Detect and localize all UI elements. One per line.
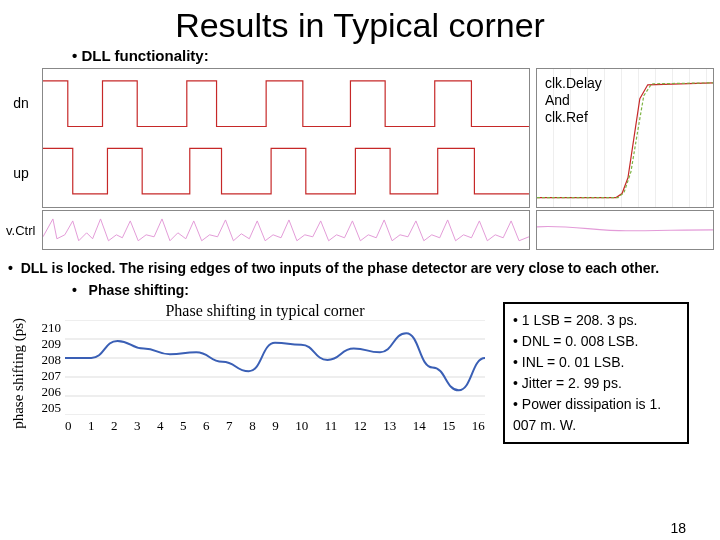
y-tick: 207 bbox=[35, 368, 61, 384]
signal-labels-left: dn up bbox=[6, 68, 36, 208]
result-jitter: Jitter = 2. 99 ps. bbox=[513, 373, 679, 394]
x-tick: 2 bbox=[111, 418, 118, 434]
locked-text: DLL is locked. The rising edges of two i… bbox=[21, 260, 659, 276]
clk-overlap-plot: clk.Delay And clk.Ref bbox=[536, 68, 714, 208]
bullet-ps: • Phase shifting: bbox=[0, 276, 720, 302]
x-tick: 1 bbox=[88, 418, 95, 434]
x-tick: 11 bbox=[325, 418, 338, 434]
x-axis-ticks: 0 1 2 3 4 5 6 7 8 9 10 11 12 13 14 15 16 bbox=[65, 418, 485, 434]
bullet-dll-text: DLL functionality: bbox=[81, 47, 208, 64]
result-power: Power dissipation is 1. 007 m. W. bbox=[513, 394, 679, 436]
x-tick: 12 bbox=[354, 418, 367, 434]
x-tick: 3 bbox=[134, 418, 141, 434]
ylabel-wrap: phase shifting (ps) bbox=[10, 302, 27, 444]
bullet-dll: • DLL functionality: bbox=[0, 47, 720, 64]
results-box: 1 LSB = 208. 3 ps. DNL = 0. 008 LSB. INL… bbox=[503, 302, 689, 444]
y-tick: 209 bbox=[35, 336, 61, 352]
x-tick: 6 bbox=[203, 418, 210, 434]
result-lsb: 1 LSB = 208. 3 ps. bbox=[513, 310, 679, 331]
result-inl: INL = 0. 01 LSB. bbox=[513, 352, 679, 373]
chart-svg bbox=[65, 320, 485, 415]
locked-bullet: • DLL is locked. The rising edges of two… bbox=[0, 254, 720, 276]
phase-shift-chart: Phase shifting in typical corner 210 209… bbox=[35, 302, 495, 430]
x-tick: 7 bbox=[226, 418, 233, 434]
x-tick: 4 bbox=[157, 418, 164, 434]
label-vctrl-wrap: v.Ctrl bbox=[6, 210, 36, 250]
y-tick: 210 bbox=[35, 320, 61, 336]
result-dnl: DNL = 0. 008 LSB. bbox=[513, 331, 679, 352]
signals-row: dn up clk.Delay And clk.Ref bbox=[0, 64, 720, 210]
bullet-ps-text: Phase shifting: bbox=[89, 282, 189, 298]
x-tick: 5 bbox=[180, 418, 187, 434]
label-up: up bbox=[13, 165, 29, 181]
vctrl-settle-plot bbox=[536, 210, 714, 250]
x-tick: 8 bbox=[249, 418, 256, 434]
y-axis-ticks: 210 209 208 207 206 205 bbox=[35, 320, 61, 415]
y-tick: 206 bbox=[35, 384, 61, 400]
x-tick: 14 bbox=[413, 418, 426, 434]
slide-title: Results in Typical corner bbox=[0, 0, 720, 47]
y-tick: 208 bbox=[35, 352, 61, 368]
ylabel: phase shifting (ps) bbox=[10, 318, 27, 429]
vctrl-row: v.Ctrl bbox=[0, 210, 720, 254]
vctrl-waveform bbox=[42, 210, 530, 250]
x-tick: 10 bbox=[295, 418, 308, 434]
y-tick: 205 bbox=[35, 400, 61, 416]
chart-row: phase shifting (ps) Phase shifting in ty… bbox=[0, 302, 720, 444]
x-tick: 15 bbox=[442, 418, 455, 434]
x-tick: 0 bbox=[65, 418, 72, 434]
chart-title: Phase shifting in typical corner bbox=[35, 302, 495, 320]
label-dn: dn bbox=[13, 95, 29, 111]
slide-number: 18 bbox=[670, 520, 686, 536]
x-tick: 9 bbox=[272, 418, 279, 434]
x-tick: 13 bbox=[383, 418, 396, 434]
label-vctrl: v.Ctrl bbox=[6, 223, 35, 238]
x-tick: 16 bbox=[472, 418, 485, 434]
waveform-dn-up bbox=[42, 68, 530, 208]
